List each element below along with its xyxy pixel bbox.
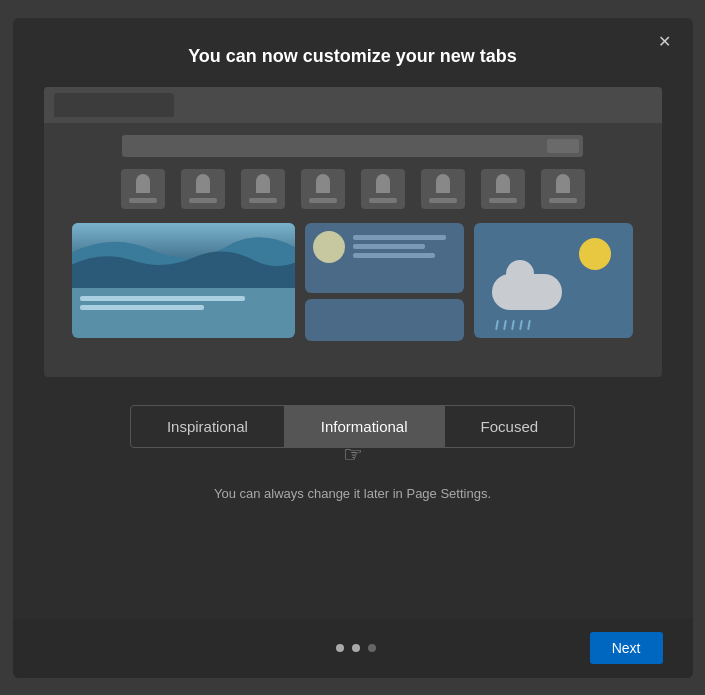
dot-1 bbox=[336, 644, 344, 652]
preview-area bbox=[44, 87, 662, 377]
next-button[interactable]: Next bbox=[590, 632, 663, 664]
news-line-1 bbox=[353, 235, 446, 240]
card-news-bottom bbox=[305, 299, 464, 341]
cursor-indicator: ☞ bbox=[343, 444, 363, 466]
dot-2 bbox=[352, 644, 360, 652]
text-line-1 bbox=[80, 296, 246, 301]
shortcut-icon-2 bbox=[181, 169, 225, 209]
cards-row bbox=[58, 223, 648, 341]
shortcut-icon-1 bbox=[121, 169, 165, 209]
rain-drop-1 bbox=[495, 319, 499, 329]
rain-drop-2 bbox=[503, 319, 507, 329]
card-weather bbox=[474, 223, 633, 338]
landscape-image bbox=[72, 223, 295, 288]
card-news-top bbox=[305, 223, 464, 293]
text-line-2 bbox=[80, 305, 204, 310]
shortcut-label-5 bbox=[369, 198, 397, 203]
shortcut-label-3 bbox=[249, 198, 277, 203]
person-icon-5 bbox=[376, 174, 390, 188]
rain-drop-3 bbox=[511, 319, 515, 329]
shortcut-label-8 bbox=[549, 198, 577, 203]
tab-selector: Inspirational Informational Focused bbox=[130, 405, 575, 448]
shortcut-label-7 bbox=[489, 198, 517, 203]
shortcut-label-4 bbox=[309, 198, 337, 203]
shortcut-row bbox=[58, 169, 648, 209]
tab-focused[interactable]: Focused bbox=[445, 406, 575, 447]
person-icon-2 bbox=[196, 174, 210, 188]
person-icon-6 bbox=[436, 174, 450, 188]
person-icon-4 bbox=[316, 174, 330, 188]
close-icon: ✕ bbox=[658, 32, 671, 51]
hills-svg bbox=[72, 223, 295, 288]
address-bar bbox=[122, 135, 582, 157]
sun-icon bbox=[579, 238, 611, 270]
person-icon-8 bbox=[556, 174, 570, 188]
dialog-title: You can now customize your new tabs bbox=[188, 46, 517, 67]
shortcut-icon-7 bbox=[481, 169, 525, 209]
tab-informational[interactable]: Informational bbox=[285, 406, 445, 447]
hint-text: You can always change it later in Page S… bbox=[214, 486, 491, 501]
shortcut-label-6 bbox=[429, 198, 457, 203]
address-bar-inner bbox=[547, 139, 579, 153]
news-line-2 bbox=[353, 244, 425, 249]
shortcut-label-2 bbox=[189, 198, 217, 203]
card-text-lines bbox=[72, 288, 295, 318]
bottom-bar: Next bbox=[13, 618, 693, 678]
card-landscape bbox=[72, 223, 295, 338]
shortcut-icon-8 bbox=[541, 169, 585, 209]
dot-3 bbox=[368, 644, 376, 652]
shortcut-icon-6 bbox=[421, 169, 465, 209]
close-button[interactable]: ✕ bbox=[653, 30, 677, 54]
person-icon-7 bbox=[496, 174, 510, 188]
cloud-icon bbox=[492, 274, 562, 310]
rain-icon bbox=[496, 320, 530, 330]
browser-chrome bbox=[44, 87, 662, 123]
dialog: ✕ You can now customize your new tabs bbox=[13, 18, 693, 678]
tab-inspirational[interactable]: Inspirational bbox=[131, 406, 285, 447]
browser-tab bbox=[54, 93, 174, 117]
news-text-lines bbox=[353, 235, 456, 258]
news-line-3 bbox=[353, 253, 436, 258]
shortcut-icon-5 bbox=[361, 169, 405, 209]
shortcut-icon-3 bbox=[241, 169, 285, 209]
person-icon-1 bbox=[136, 174, 150, 188]
news-image bbox=[313, 231, 345, 263]
shortcut-label-1 bbox=[129, 198, 157, 203]
shortcut-icon-4 bbox=[301, 169, 345, 209]
card-news bbox=[305, 223, 464, 341]
progress-dots bbox=[123, 644, 590, 652]
browser-content bbox=[44, 123, 662, 353]
rain-drop-5 bbox=[527, 319, 531, 329]
person-icon-3 bbox=[256, 174, 270, 188]
rain-drop-4 bbox=[519, 319, 523, 329]
